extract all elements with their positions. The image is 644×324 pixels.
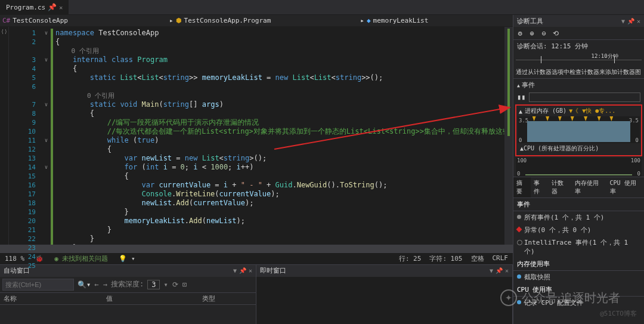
breadcrumb[interactable]: ▸ ⬢ TestConsoleApp.Program — [169, 17, 271, 24]
breakpoint-margin[interactable]: ⟨⟩ — [0, 27, 9, 245]
watermark: ✦ 公众号·追逐时光者 — [500, 289, 620, 306]
diag-toolbar: ⚙ ⊕ ⊖ ⟲ — [513, 27, 644, 40]
line-number-gutter: 12 3456 78910 11121314 15161718 19202122… — [9, 27, 42, 245]
close-icon[interactable]: ✕ — [249, 267, 252, 274]
immediate-panel: 即时窗口 ▼ 📌 ✕ — [256, 265, 513, 324]
zoom-in-icon[interactable]: ⊕ — [528, 29, 536, 38]
reset-view-icon[interactable]: ⟲ — [552, 29, 560, 38]
panel-title: 即时窗口 — [260, 266, 286, 275]
depth-label: 搜索深度: — [111, 279, 144, 289]
tab-cpu[interactable]: CPU 使用率 — [607, 177, 645, 198]
tab-counters[interactable]: 计数器 — [549, 177, 572, 198]
events-all-link[interactable]: 所有事件(1 个，共 1 个) — [513, 211, 644, 224]
pin-icon[interactable]: 📌 — [627, 18, 634, 24]
breadcrumb-bar: C# TestConsoleApp ▸ ⬢ TestConsoleApp.Pro… — [0, 15, 513, 27]
highlight-box: ▲进程内存 (GB) ▼《 ▼快 ●专... 3.5 3.5 0 0 ▲CPU … — [515, 104, 642, 156]
file-tab-label: Program.cs — [6, 4, 45, 11]
fold-gutter[interactable]: ∨∨ ∨ ∨∨ — [42, 27, 51, 245]
close-icon[interactable]: ✕ — [637, 18, 640, 24]
dropdown-icon[interactable]: ▼ — [233, 267, 237, 274]
status-bar: 118 % 🐞 ◉ 未找到相关问题 💡 ▾ 行: 25 字符: 105 空格 C… — [0, 252, 513, 264]
dropdown-icon[interactable]: ▼ — [490, 267, 493, 274]
csharp-icon: C# — [2, 17, 10, 24]
pin-icon[interactable]: 📌 — [48, 3, 57, 11]
memory-chart[interactable]: 3.5 3.5 0 0 — [518, 116, 640, 143]
issues-status[interactable]: ◉ 未找到相关问题 — [54, 254, 108, 263]
diag-hint: 通过从计数器选项中检查计数器来添加计数器图 — [513, 68, 644, 78]
file-tab[interactable]: Program.cs 📌 ✕ — [0, 0, 69, 14]
column-value[interactable]: 值 — [106, 294, 113, 303]
cpu-section[interactable]: CPU (所有处理器的百分比) — [524, 145, 599, 152]
events-section[interactable]: 事件 — [522, 81, 535, 89]
field-icon: ◆ — [367, 17, 371, 24]
breadcrumb[interactable]: C# TestConsoleApp — [2, 17, 68, 24]
close-icon[interactable]: ✕ — [59, 4, 63, 11]
pin-icon[interactable]: 📌 — [496, 267, 503, 274]
session-time: 诊断会话: 12:15 分钟 — [517, 42, 588, 50]
search-icon[interactable]: 🔍▾ — [78, 280, 91, 289]
codelens-references[interactable]: 0 个引用 — [87, 92, 114, 100]
indent-indicator[interactable]: 空格 — [471, 254, 484, 263]
line-indicator[interactable]: 行: 25 — [399, 254, 422, 263]
immediate-textarea[interactable] — [256, 277, 512, 324]
tab-memory[interactable]: 内存使用率 — [572, 177, 607, 198]
diag-tabs: 摘要 事件 计数器 内存使用率 CPU 使用率 — [513, 177, 644, 198]
code-content[interactable]: namespace TestConsoleApp { 0 个引用 interna… — [51, 27, 504, 245]
memory-summary-header: 内存使用率 — [513, 258, 644, 271]
column-name[interactable]: 名称 — [4, 294, 17, 303]
dropdown-icon[interactable]: ▼ — [621, 18, 625, 24]
zoom-out-icon[interactable]: ⊖ — [540, 29, 548, 38]
file-tab-bar: Program.cs 📌 ✕ — [0, 0, 644, 15]
panel-title: 诊断工具 — [517, 17, 543, 26]
memory-section[interactable]: 进程内存 (GB) — [525, 107, 566, 115]
gear-icon[interactable]: ⚙ — [516, 29, 524, 38]
scrollbar-vertical[interactable] — [504, 27, 513, 245]
breadcrumb[interactable]: ▸ ◆ memoryLeakList — [360, 17, 428, 24]
search-input[interactable] — [2, 279, 74, 291]
timeline-ruler[interactable]: 12:10分钟 — [516, 54, 642, 67]
tab-events[interactable]: 事件 — [531, 177, 548, 198]
code-editor[interactable]: ⟨⟩ 12 3456 78910 11121314 15161718 19202… — [0, 27, 513, 245]
pause-icon[interactable]: ▮▮ — [517, 93, 525, 101]
scrollbar-horizontal[interactable] — [0, 245, 513, 252]
codelens-references[interactable]: 0 个引用 — [72, 47, 99, 55]
pin-icon[interactable]: 📌 — [239, 267, 246, 274]
autos-panel: 自动窗口 ▼ 📌 ✕ 🔍▾ ← → 搜索深度: 3 ▾ ⟳ ⊡ 名称 值 类型 — [0, 265, 256, 324]
cpu-chart[interactable]: 100 100 0 0 — [516, 158, 642, 177]
close-icon[interactable]: ✕ — [505, 267, 509, 274]
events-exceptions-link[interactable]: 异常(0 个，共 0 个) — [513, 224, 644, 236]
lightbulb-icon[interactable]: 💡 ▾ — [119, 255, 135, 263]
events-intellitrace-link[interactable]: IntelliTrace 事件(1 个，共 1 个) — [513, 236, 644, 258]
diagnostic-tools-panel: 诊断工具 ▼ 📌 ✕ ⚙ ⊕ ⊖ ⟲ 诊断会话: 12:15 分钟 12:10分… — [513, 15, 644, 324]
column-type[interactable]: 类型 — [202, 294, 215, 303]
eol-indicator[interactable]: CRLF — [493, 254, 509, 263]
watermark-sub: @51CTO博客 — [600, 309, 637, 318]
depth-value[interactable]: 3 — [147, 280, 160, 289]
change-indicator — [51, 29, 53, 245]
char-indicator[interactable]: 字符: 105 — [429, 254, 462, 263]
events-summary-header: 事件 — [513, 198, 644, 211]
tab-summary[interactable]: 摘要 — [513, 177, 531, 198]
take-snapshot-link[interactable]: 截取快照 — [513, 271, 644, 283]
wechat-icon: ✦ — [500, 289, 517, 306]
class-icon: ⬢ — [176, 17, 182, 24]
